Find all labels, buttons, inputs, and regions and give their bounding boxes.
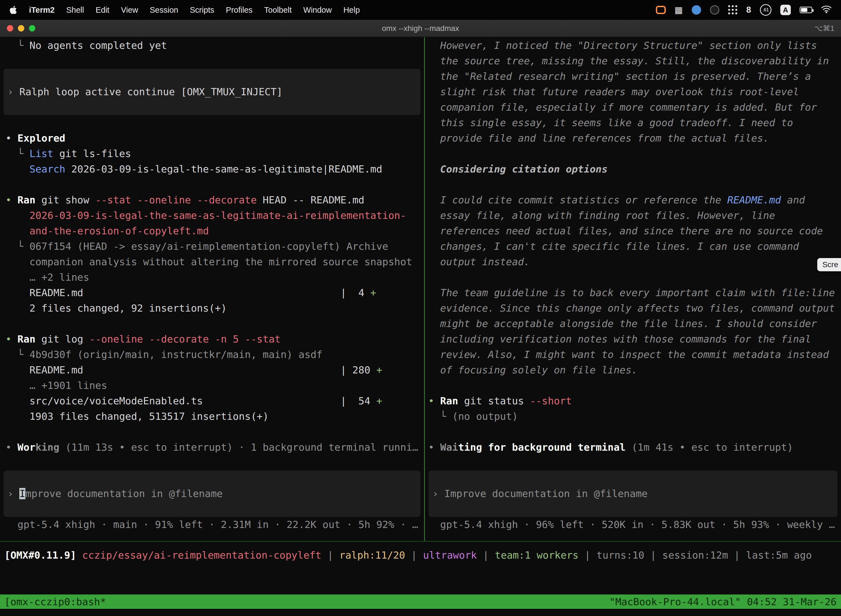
battery-icon[interactable] <box>800 7 812 13</box>
text-segment: • <box>6 333 18 345</box>
text-segment: changes, I can't cite specific file line… <box>428 241 799 252</box>
menu-item-profiles[interactable]: Profiles <box>220 6 259 15</box>
text-segment: including verification notes with those … <box>428 333 811 345</box>
text-segment: git status <box>458 395 530 406</box>
text-segment: ting for background terminal <box>458 441 626 453</box>
terminal-line: output instead. <box>425 254 841 270</box>
text-segment: + <box>377 364 382 375</box>
text-segment: essay file, along with finding root file… <box>428 210 775 221</box>
dark-circle-app-icon[interactable] <box>710 5 719 15</box>
text-segment: --oneline --decorate -n 5 --stat <box>89 333 281 345</box>
prompt-input[interactable]: › Improve documentation in @filename <box>428 471 837 517</box>
apple-logo-icon[interactable] <box>9 5 18 15</box>
terminal-line: … +1901 lines <box>0 378 424 393</box>
text-segment: • <box>428 441 440 453</box>
text-segment: … +2 lines <box>6 271 89 283</box>
text-segment: --short <box>530 395 572 406</box>
terminal-pane-right[interactable]: However, I noticed the "Directory Struct… <box>425 37 841 532</box>
model-status-line: gpt-5.4 xhigh · 96% left · 520K in · 5.8… <box>425 517 841 532</box>
text-segment: (no output) <box>452 411 518 422</box>
terminal-pane-left[interactable]: └ No agents completed yet› Ralph loop ac… <box>0 37 424 532</box>
text-segment: Improve documentation in @filename <box>444 488 648 499</box>
blue-app-icon[interactable] <box>692 5 701 15</box>
text-segment: Ran <box>18 194 35 205</box>
text-segment: might be acceptable alongside the file l… <box>428 318 817 329</box>
text-segment: | <box>579 550 596 561</box>
menu-item-scripts[interactable]: Scripts <box>184 6 220 15</box>
zoom-button[interactable] <box>29 25 35 31</box>
blank-line <box>425 146 841 161</box>
text-segment: output instead. <box>428 256 530 267</box>
text-segment: └ <box>428 411 452 422</box>
text-segment: ralph:11/20 <box>339 550 405 561</box>
text-segment: The team guideline is to back every impo… <box>428 287 835 298</box>
inject-banner[interactable]: › Ralph loop active continue [OMX_TMUX_I… <box>4 69 420 115</box>
text-segment: git ls-files <box>53 148 131 159</box>
blank-line <box>0 455 424 471</box>
terminal-area[interactable]: └ No agents completed yet› Ralph loop ac… <box>0 37 841 616</box>
grid-app-icon[interactable]: ▦ <box>675 6 683 14</box>
minimize-button[interactable] <box>18 25 24 31</box>
text-segment: companion analysis without altering the … <box>6 256 412 267</box>
terminal-line: … +2 lines <box>0 270 424 285</box>
text-segment: • <box>6 194 18 205</box>
text-segment: companion file, especially if more comme… <box>428 101 817 113</box>
text-segment: team:1 workers <box>495 550 578 561</box>
terminal-line: changes, I can't cite specific file line… <box>425 239 841 254</box>
terminal-line: However, I noticed the "Directory Struct… <box>425 38 841 53</box>
text-segment: › <box>432 488 444 499</box>
text-segment: the source tree, missing the essay. Stil… <box>428 55 829 66</box>
text-segment: • <box>6 441 18 453</box>
menu-status-icons: ▦ 8 .61 A <box>656 4 833 16</box>
menu-item-edit[interactable]: Edit <box>90 6 115 15</box>
menu-app-name[interactable]: iTerm2 <box>23 6 60 15</box>
prompt-text: › Improve documentation in @filename <box>428 486 648 502</box>
terminal-line: └ (no output) <box>425 409 841 424</box>
close-button[interactable] <box>7 25 13 31</box>
text-segment: gpt-5.4 xhigh · main · 91% left · 2.31M … <box>6 519 418 530</box>
text-segment: provide file and line references from th… <box>428 132 769 144</box>
text-segment: (11m 13s • esc to interrupt) · 1 backgro… <box>59 441 418 453</box>
screen-recording-indicator-icon[interactable] <box>656 6 666 14</box>
key-app-icon[interactable]: 8 <box>746 5 751 15</box>
terminal-line: references need actual files, and since … <box>425 223 841 239</box>
menu-item-view[interactable]: View <box>115 6 144 15</box>
text-segment: └ <box>6 349 29 360</box>
text-segment: └ <box>6 148 29 159</box>
text-segment: and <box>781 194 805 205</box>
prompt-input[interactable]: › Improve documentation in @filename <box>4 471 420 517</box>
dots-grid-icon[interactable] <box>728 5 737 15</box>
text-segment: | 4 <box>84 287 370 298</box>
text-segment: src/voice/voiceModeEnabled.ts <box>6 395 203 406</box>
terminal-line: └ List git ls-files <box>0 146 424 161</box>
terminal-line: including verification notes with those … <box>425 331 841 347</box>
screen-share-tooltip[interactable]: Scre <box>817 258 841 271</box>
text-segment: 067f154 (HEAD -> essay/ai-reimplementati… <box>29 241 388 252</box>
wifi-icon[interactable] <box>821 5 832 15</box>
text-segment: Ralph loop active continue <box>19 86 181 97</box>
text-segment: … +1901 lines <box>6 380 107 391</box>
text-segment: › <box>7 86 19 97</box>
text-segment: List <box>29 148 54 159</box>
prompt-text: › Improve documentation in @filename <box>4 486 223 502</box>
text-segment: [OMX_TMUX_INJECT] <box>181 86 283 97</box>
terminal-line: Search 2026-03-09-is-legal-the-same-as-l… <box>0 161 424 177</box>
blank-line <box>425 455 841 471</box>
text-segment: this single essay, it seems like a good … <box>428 117 793 128</box>
menu-item-session[interactable]: Session <box>144 6 184 15</box>
text-segment: | 280 <box>84 364 377 375</box>
text-segment: and-the-erosion-of-copyleft.md <box>6 225 209 236</box>
terminal-line: The team guideline is to back every impo… <box>425 285 841 301</box>
text-segment: + <box>370 287 377 298</box>
text-segment: [OMX#0.11.9] <box>4 550 76 561</box>
menu-item-toolbelt[interactable]: Toolbelt <box>258 6 297 15</box>
terminal-line: README.md | 4 + <box>0 285 424 301</box>
menu-item-help[interactable]: Help <box>337 6 366 15</box>
terminal-line: 2026-03-09-is-legal-the-same-as-legitima… <box>0 208 424 223</box>
menu-item-shell[interactable]: Shell <box>60 6 90 15</box>
input-source-icon[interactable]: A <box>780 5 791 15</box>
battery-percent-badge[interactable]: .61 <box>760 4 771 16</box>
menu-item-window[interactable]: Window <box>297 6 337 15</box>
text-segment: • <box>428 395 440 406</box>
blank-line <box>425 177 841 192</box>
